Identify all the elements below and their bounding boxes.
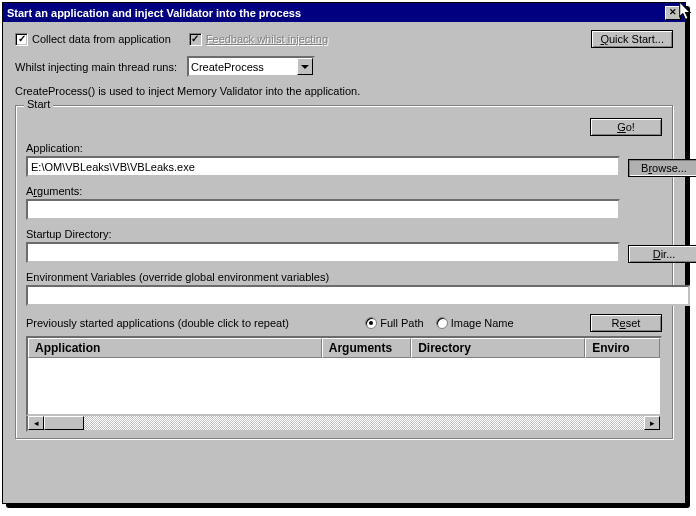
scroll-track[interactable] xyxy=(44,416,644,430)
collect-data-label: Collect data from application xyxy=(32,33,171,45)
prev-apps-label: Previously started applications (double … xyxy=(26,317,289,329)
radio-icon xyxy=(436,317,448,329)
application-input[interactable] xyxy=(26,156,620,177)
col-arguments[interactable]: Arguments xyxy=(322,338,411,358)
chevron-down-icon[interactable] xyxy=(297,58,313,75)
arguments-label: Arguments: xyxy=(26,185,620,197)
application-label: Application: xyxy=(26,142,620,154)
close-button[interactable]: ✕ xyxy=(665,6,681,20)
col-application[interactable]: Application xyxy=(28,338,322,358)
dialog-window: Start an application and inject Validato… xyxy=(2,2,686,504)
scroll-left-icon[interactable]: ◂ xyxy=(28,416,44,430)
window-title: Start an application and inject Validato… xyxy=(7,7,301,19)
horizontal-scrollbar[interactable]: ◂ ▸ xyxy=(26,416,662,432)
thread-runs-select[interactable]: CreateProcess xyxy=(187,56,315,77)
scroll-thumb[interactable] xyxy=(44,416,84,430)
titlebar: Start an application and inject Validato… xyxy=(3,3,685,22)
env-vars-label: Environment Variables (override global e… xyxy=(26,271,690,283)
scroll-right-icon[interactable]: ▸ xyxy=(644,416,660,430)
prev-apps-grid[interactable]: Application Arguments Directory Enviro xyxy=(26,336,662,416)
full-path-radio[interactable]: Full Path xyxy=(365,317,423,329)
feedback-label: Feedback whilst injecting xyxy=(206,33,328,45)
env-vars-input[interactable] xyxy=(26,285,690,306)
info-text: CreateProcess() is used to inject Memory… xyxy=(15,85,360,97)
startup-dir-label: Startup Directory: xyxy=(26,228,620,240)
arguments-input[interactable] xyxy=(26,199,620,220)
thread-runs-label: Whilst injecting main thread runs: xyxy=(15,61,177,73)
quick-start-button[interactable]: QQuick Start...uick Start... xyxy=(591,30,673,48)
startup-dir-input[interactable] xyxy=(26,242,620,263)
grid-header: Application Arguments Directory Enviro xyxy=(28,338,660,358)
reset-button[interactable]: Reset xyxy=(590,314,662,332)
browse-button[interactable]: Browse... xyxy=(628,159,696,177)
col-directory[interactable]: Directory xyxy=(411,338,585,358)
go-button[interactable]: Go! xyxy=(590,118,662,136)
dir-button[interactable]: Dir... xyxy=(628,245,696,263)
thread-runs-value: CreateProcess xyxy=(191,61,264,73)
start-groupbox: Start Go! Application: Browse... Argumen… xyxy=(15,105,673,439)
col-environment[interactable]: Enviro xyxy=(585,338,660,358)
radio-icon xyxy=(365,317,377,329)
feedback-checkbox xyxy=(189,33,202,46)
collect-data-checkbox[interactable] xyxy=(15,33,28,46)
group-legend: Start xyxy=(24,98,53,110)
image-name-radio[interactable]: Image Name xyxy=(436,317,514,329)
